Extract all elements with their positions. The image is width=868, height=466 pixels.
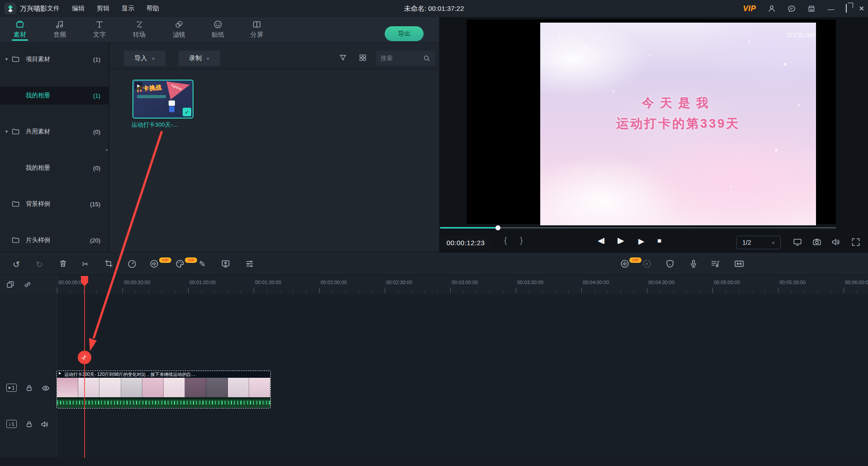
minimize-button[interactable]: — bbox=[827, 5, 834, 13]
color-palette-icon[interactable] bbox=[175, 259, 184, 268]
search-box[interactable] bbox=[376, 51, 435, 66]
link-clips-icon[interactable] bbox=[24, 281, 32, 289]
display-device-icon[interactable] bbox=[793, 238, 802, 247]
menu-help[interactable]: 帮助 bbox=[146, 5, 159, 13]
ruler-label: 00:03:00:00 bbox=[452, 280, 478, 285]
tab-filter-label: 滤镜 bbox=[173, 31, 185, 38]
tree-item-my-album-shared[interactable]: 我的相册 (0) bbox=[0, 159, 108, 177]
play-icon: ▶ bbox=[9, 386, 11, 390]
current-timecode: 00:00:12:23 bbox=[442, 236, 490, 249]
filter-icon[interactable] bbox=[339, 54, 347, 62]
auto-reframe-icon[interactable] bbox=[221, 259, 230, 268]
media-item-thumbnail[interactable]: 打卡挑战 Fighting ▶ ✓ bbox=[132, 80, 193, 119]
thumbnail-subtitle-art bbox=[137, 95, 166, 98]
store-icon[interactable] bbox=[807, 5, 816, 13]
feedback-icon[interactable] bbox=[788, 5, 796, 13]
boot-screen-icon[interactable] bbox=[665, 259, 675, 268]
menu-view[interactable]: 显示 bbox=[122, 5, 134, 13]
account-icon[interactable] bbox=[768, 5, 776, 13]
expand-arrow-icon[interactable]: ▼ bbox=[5, 129, 9, 134]
split-scissors-icon[interactable]: ✂ bbox=[82, 259, 89, 269]
redo-icon[interactable]: ↻ bbox=[36, 259, 43, 270]
tab-splitscreen[interactable]: 分屏 bbox=[241, 20, 273, 38]
search-icon[interactable] bbox=[423, 55, 430, 62]
import-label: 导入 bbox=[134, 54, 147, 62]
render-preview-icon[interactable] bbox=[642, 259, 651, 268]
lock-track-icon[interactable] bbox=[25, 420, 33, 428]
tab-audio[interactable]: 音频 bbox=[43, 20, 76, 38]
timeline-clip[interactable]: 运动打卡300天- 120斤到98斤的变化对比，接下来继续运动的自… ▶ bbox=[57, 371, 270, 408]
close-button[interactable]: ✕ bbox=[859, 5, 864, 13]
search-input[interactable] bbox=[381, 55, 423, 62]
asset-panel-tabs: 素材 音频 文字 转场 滤镜 贴纸 分屏 bbox=[0, 17, 439, 43]
audio-mixer-icon[interactable] bbox=[711, 259, 720, 268]
ruler-label: 00:05:00:00 bbox=[714, 280, 740, 285]
timeline-ruler[interactable]: 00:00:00:00 00:00:30:00 00:01:00:00 00:0… bbox=[0, 275, 868, 294]
media-library-panel: 导入 ∨ 录制 ∨ 打卡挑战 Fighting ▶ ✓ 运动打卡300天-… bbox=[109, 43, 439, 252]
speed-icon[interactable] bbox=[127, 259, 137, 268]
timeline-tracks-area[interactable]: ▶1 ♪1 运动打 bbox=[0, 294, 868, 457]
tab-transition[interactable]: 转场 bbox=[123, 20, 156, 38]
menu-file[interactable]: 文件 bbox=[47, 5, 60, 13]
snapshot-camera-icon[interactable] bbox=[812, 238, 821, 247]
adjust-sliders-icon[interactable] bbox=[245, 259, 254, 268]
vip-badge: VIP bbox=[185, 257, 197, 263]
seek-bar[interactable] bbox=[440, 227, 836, 229]
export-button[interactable]: 导出 bbox=[385, 26, 424, 41]
preview-video: 阳宝是LN阿 今天是我 运动打卡的第339天 bbox=[540, 23, 816, 225]
audio-track-number: 1 bbox=[12, 422, 14, 427]
menu-bar: 文件 编辑 剪辑 显示 帮助 bbox=[47, 0, 159, 17]
import-button[interactable]: 导入 ∨ bbox=[124, 51, 165, 66]
grid-view-icon[interactable] bbox=[359, 54, 367, 62]
ruler-label: 00:02:30:00 bbox=[386, 280, 412, 285]
tree-item-shared-media[interactable]: ▼ 共用素材 (0) bbox=[0, 123, 108, 141]
keyframe-pen-icon[interactable]: ✎ bbox=[199, 259, 206, 269]
voiceover-mic-icon[interactable] bbox=[689, 259, 698, 268]
tree-item-my-album-project[interactable]: 我的相册 (1) bbox=[0, 86, 108, 105]
application-window: 万兴喵影 文件 编辑 剪辑 显示 帮助 未命名: 00:01:37:22 VIP… bbox=[0, 0, 868, 466]
tree-item-background-samples[interactable]: 背景样例 (15) bbox=[0, 195, 108, 213]
restore-button[interactable] bbox=[846, 5, 847, 13]
tree-item-intro-samples[interactable]: 片头样例 (20) bbox=[0, 231, 108, 249]
clip-filmstrip bbox=[57, 378, 270, 397]
playback-controls: 00:00:12:23 { } ◀ ▶ ▶ ■ 1/2 ∨ bbox=[439, 235, 868, 252]
vip-button[interactable]: VIP bbox=[743, 4, 756, 13]
delete-icon[interactable] bbox=[59, 259, 67, 268]
duplicate-track-icon[interactable] bbox=[6, 281, 14, 289]
step-forward-button[interactable]: ▶ bbox=[618, 237, 624, 245]
tab-filter[interactable]: 滤镜 bbox=[163, 20, 195, 38]
tree-item-label: 背景样例 bbox=[26, 200, 50, 208]
tree-item-count: (15) bbox=[90, 201, 100, 208]
preview-page-dropdown[interactable]: 1/2 ∨ bbox=[736, 236, 781, 249]
video-track-badge: ▶1 bbox=[6, 384, 17, 392]
audio-denoise-icon[interactable] bbox=[150, 259, 159, 268]
mark-out-button[interactable]: } bbox=[520, 235, 523, 245]
mute-speaker-icon[interactable] bbox=[831, 238, 840, 247]
stop-button[interactable]: ■ bbox=[657, 237, 661, 244]
menu-clip[interactable]: 剪辑 bbox=[97, 5, 109, 13]
folder-icon bbox=[12, 56, 19, 62]
seek-handle[interactable] bbox=[495, 225, 500, 230]
audio-track-badge: ♪1 bbox=[6, 420, 17, 428]
toggle-visibility-icon[interactable] bbox=[42, 385, 50, 392]
fullscreen-icon[interactable] bbox=[851, 238, 860, 247]
tree-item-count: (20) bbox=[90, 237, 100, 244]
fit-timeline-icon[interactable] bbox=[734, 259, 744, 268]
ruler-label: 00:06:00:00 bbox=[845, 280, 868, 285]
audio-denoise-icon[interactable] bbox=[620, 259, 629, 268]
tree-item-project-media[interactable]: ▼ 项目素材 (1) bbox=[0, 50, 108, 68]
menu-edit[interactable]: 编辑 bbox=[72, 5, 85, 13]
undo-icon[interactable]: ↺ bbox=[13, 259, 20, 270]
crop-icon[interactable] bbox=[104, 259, 113, 268]
play-button[interactable]: ▶ bbox=[638, 237, 644, 246]
tab-media[interactable]: 素材 bbox=[4, 20, 36, 38]
tab-text[interactable]: 文字 bbox=[83, 20, 116, 38]
lock-track-icon[interactable] bbox=[25, 384, 33, 392]
clip-play-icon: ▶ bbox=[59, 371, 61, 375]
expand-arrow-icon[interactable]: ▼ bbox=[5, 57, 9, 62]
tab-sticker[interactable]: 贴纸 bbox=[202, 20, 234, 38]
mark-in-button[interactable]: { bbox=[504, 235, 507, 245]
previous-frame-button[interactable]: ◀ bbox=[598, 237, 604, 245]
record-button[interactable]: 录制 ∨ bbox=[179, 51, 220, 66]
mute-track-icon[interactable] bbox=[41, 420, 49, 428]
